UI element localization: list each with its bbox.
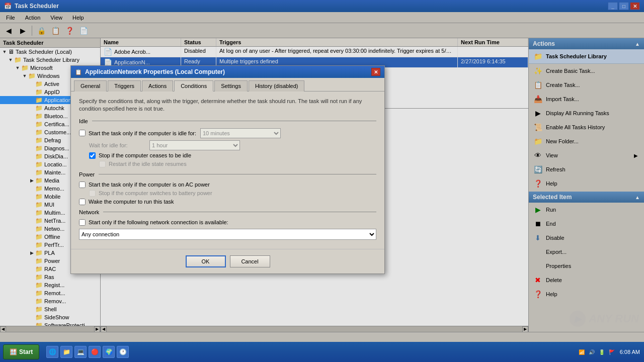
network-section-label: Network bbox=[79, 209, 99, 215]
wake-label: Wake the computer to run this task bbox=[89, 199, 174, 205]
idle-start-checkbox[interactable] bbox=[79, 130, 86, 136]
taskbar-ie-icon[interactable]: 🌐 bbox=[46, 346, 58, 358]
network-checkbox[interactable] bbox=[79, 219, 86, 226]
network-label: Start only if the following network conn… bbox=[89, 219, 228, 225]
power-section-divider: Power bbox=[79, 171, 376, 177]
tray-flag-icon: 🚩 bbox=[608, 348, 616, 356]
taskbar-clock: 6:08 AM bbox=[620, 349, 640, 355]
idle-for-dropdown-container: 10 minutes bbox=[200, 128, 281, 138]
tab-triggers[interactable]: Triggers bbox=[108, 80, 141, 92]
section-line bbox=[92, 121, 376, 121]
taskbar-right: 📶 🔊 🔋 🚩 6:08 AM bbox=[578, 348, 644, 356]
start-label: Start bbox=[19, 348, 33, 355]
ac-power-row: Start the task only if the computer is o… bbox=[79, 182, 376, 188]
dialog-content: Specify the conditions that, along with … bbox=[71, 92, 384, 249]
tab-settings[interactable]: Settings bbox=[214, 80, 248, 92]
taskbar-clock-app-icon[interactable]: 🕐 bbox=[117, 346, 129, 358]
idle-section-label: Idle bbox=[79, 118, 88, 124]
wake-row: Wake the computer to run this task bbox=[79, 199, 376, 205]
dialog-title: ApplicationNetwork Properties (Local Com… bbox=[85, 68, 225, 75]
taskbar: 🪟 Start 🌐 📁 💻 🔴 🌍 🕐 📶 🔊 🔋 🚩 6:08 AM bbox=[0, 342, 644, 362]
cancel-button[interactable]: Cancel bbox=[230, 255, 270, 267]
dialog-description: Specify the conditions that, along with … bbox=[79, 98, 376, 113]
power-section-label: Power bbox=[79, 171, 95, 177]
dialog-titlebar: 📋 ApplicationNetwork Properties (Local C… bbox=[71, 66, 384, 78]
taskbar-icons: 🌐 📁 💻 🔴 🌍 🕐 bbox=[42, 346, 133, 358]
idle-section-divider: Idle bbox=[79, 118, 376, 124]
wait-idle-select[interactable]: 1 hour bbox=[149, 140, 240, 150]
section-line bbox=[99, 174, 376, 174]
battery-row: Stop if the computer switches to battery… bbox=[89, 190, 376, 197]
start-button[interactable]: 🪟 Start bbox=[3, 344, 39, 359]
wait-idle-label: Wait for idle for: bbox=[89, 142, 149, 148]
dialog-buttons: OK Cancel bbox=[71, 249, 384, 274]
dialog-overlay: 📋 ApplicationNetwork Properties (Local C… bbox=[0, 0, 644, 342]
battery-checkbox[interactable] bbox=[89, 190, 96, 197]
tab-general[interactable]: General bbox=[74, 80, 107, 92]
tab-history[interactable]: History (disabled) bbox=[249, 80, 305, 92]
ac-power-checkbox[interactable] bbox=[79, 182, 86, 188]
wake-checkbox[interactable] bbox=[79, 199, 86, 205]
restart-idle-checkbox[interactable] bbox=[99, 161, 106, 167]
taskbar-app2-icon[interactable]: 🔴 bbox=[89, 346, 101, 358]
idle-start-row: Start the task only if the computer is i… bbox=[79, 128, 376, 138]
stop-idle-label: Stop if the computer ceases to be idle bbox=[99, 152, 191, 158]
stop-idle-row: Stop if the computer ceases to be idle bbox=[89, 152, 376, 159]
tray-battery-icon: 🔋 bbox=[598, 348, 606, 356]
dialog-title-icon: 📋 bbox=[75, 69, 82, 75]
section-line bbox=[103, 212, 376, 212]
wait-for-idle-row: Wait for idle for: 1 hour bbox=[89, 140, 376, 150]
properties-dialog: 📋 ApplicationNetwork Properties (Local C… bbox=[70, 65, 385, 274]
ok-button[interactable]: OK bbox=[186, 255, 226, 267]
restart-idle-label: Restart if the idle state resumes bbox=[109, 161, 187, 167]
ac-power-label: Start the task only if the computer is o… bbox=[89, 182, 210, 188]
taskbar-explorer-icon[interactable]: 📁 bbox=[60, 346, 72, 358]
tab-bar: General Triggers Actions Conditions Sett… bbox=[71, 78, 384, 92]
idle-for-select[interactable]: 10 minutes bbox=[200, 128, 281, 138]
tray-network-icon: 📶 bbox=[578, 348, 586, 356]
taskbar-browser-icon[interactable]: 🌍 bbox=[103, 346, 115, 358]
stop-idle-checkbox[interactable] bbox=[89, 152, 96, 159]
tab-actions[interactable]: Actions bbox=[142, 80, 173, 92]
tray-volume-icon: 🔊 bbox=[588, 348, 596, 356]
dialog-controls: ✕ bbox=[371, 68, 380, 76]
taskbar-app1-icon[interactable]: 💻 bbox=[74, 346, 87, 358]
taskbar-tray: 📶 🔊 🔋 🚩 bbox=[578, 348, 616, 356]
tab-conditions[interactable]: Conditions bbox=[174, 80, 213, 92]
battery-label: Stop if the computer switches to battery… bbox=[99, 190, 212, 196]
network-row: Start only if the following network conn… bbox=[79, 219, 376, 226]
network-dropdown-row: Any connection bbox=[79, 229, 376, 240]
dialog-close-button[interactable]: ✕ bbox=[371, 68, 380, 76]
network-connection-select[interactable]: Any connection bbox=[79, 229, 376, 240]
network-section-divider: Network bbox=[79, 209, 376, 215]
idle-start-label: Start the task only if the computer is i… bbox=[89, 130, 196, 136]
restart-idle-row: Restart if the idle state resumes bbox=[99, 161, 376, 167]
